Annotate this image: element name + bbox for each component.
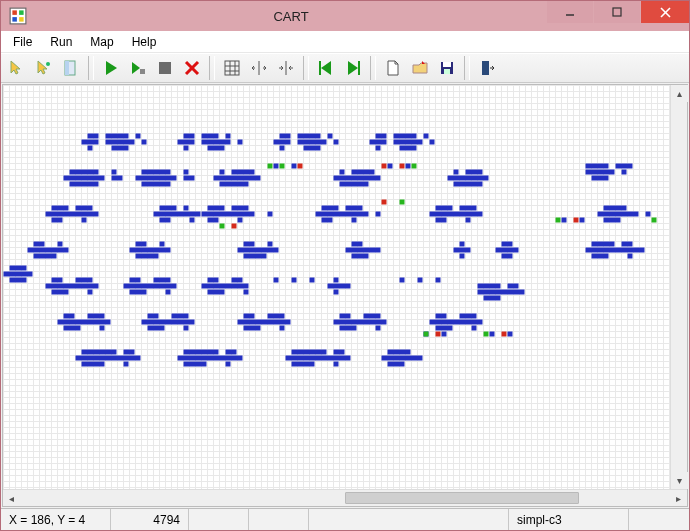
minimize-button[interactable] bbox=[547, 1, 593, 23]
hscroll-track[interactable] bbox=[20, 490, 670, 506]
scroll-up-icon[interactable]: ▴ bbox=[671, 85, 688, 102]
delete-button[interactable] bbox=[180, 56, 204, 80]
svg-rect-54 bbox=[112, 146, 129, 151]
svg-rect-68 bbox=[352, 170, 375, 175]
menu-file[interactable]: File bbox=[5, 33, 40, 51]
tool-pointer-b[interactable] bbox=[32, 56, 56, 80]
svg-rect-214 bbox=[226, 350, 237, 355]
scroll-down-icon[interactable]: ▾ bbox=[671, 472, 688, 489]
svg-rect-202 bbox=[280, 326, 285, 331]
maximize-button[interactable] bbox=[594, 1, 640, 23]
svg-rect-129 bbox=[244, 242, 255, 247]
svg-rect-84 bbox=[292, 164, 297, 169]
svg-rect-119 bbox=[466, 218, 471, 223]
svg-rect-48 bbox=[298, 140, 327, 145]
svg-rect-242 bbox=[424, 332, 429, 337]
svg-rect-2 bbox=[19, 10, 24, 15]
svg-rect-50 bbox=[370, 140, 387, 145]
svg-rect-103 bbox=[46, 212, 99, 217]
svg-rect-124 bbox=[580, 218, 585, 223]
svg-rect-220 bbox=[286, 356, 351, 361]
scroll-left-icon[interactable]: ◂ bbox=[3, 490, 20, 507]
svg-rect-227 bbox=[334, 362, 339, 367]
svg-rect-135 bbox=[622, 242, 633, 247]
svg-rect-52 bbox=[430, 140, 435, 145]
close-button[interactable] bbox=[641, 1, 689, 23]
hscroll-thumb[interactable] bbox=[345, 492, 579, 504]
svg-rect-109 bbox=[646, 212, 651, 217]
play-settings-button[interactable] bbox=[126, 56, 150, 80]
svg-rect-53 bbox=[88, 146, 93, 151]
svg-rect-56 bbox=[208, 146, 225, 151]
svg-rect-228 bbox=[388, 362, 405, 367]
svg-rect-234 bbox=[412, 164, 417, 169]
svg-rect-31 bbox=[136, 134, 141, 139]
collapse-h-icon[interactable] bbox=[274, 56, 298, 80]
scroll-right-icon[interactable]: ▸ bbox=[670, 490, 687, 507]
svg-rect-148 bbox=[502, 254, 513, 259]
svg-rect-28 bbox=[482, 61, 489, 75]
toolbar bbox=[1, 53, 689, 83]
stop-button[interactable] bbox=[153, 56, 177, 80]
svg-rect-42 bbox=[106, 140, 135, 145]
svg-rect-144 bbox=[136, 254, 159, 259]
svg-rect-183 bbox=[88, 314, 105, 319]
svg-rect-72 bbox=[112, 176, 123, 181]
status-coords: X = 186, Y = 4 bbox=[1, 509, 111, 530]
svg-rect-177 bbox=[130, 290, 147, 295]
svg-rect-187 bbox=[268, 314, 285, 319]
svg-rect-104 bbox=[154, 212, 201, 217]
svg-rect-105 bbox=[202, 212, 255, 217]
svg-rect-155 bbox=[418, 278, 423, 283]
menu-run[interactable]: Run bbox=[42, 33, 80, 51]
svg-rect-95 bbox=[184, 206, 189, 211]
menubar: File Run Map Help bbox=[1, 31, 689, 53]
open-file-icon[interactable] bbox=[408, 56, 432, 80]
svg-rect-121 bbox=[268, 212, 273, 217]
svg-rect-43 bbox=[142, 140, 147, 145]
svg-rect-151 bbox=[274, 278, 279, 283]
svg-rect-89 bbox=[586, 170, 615, 175]
svg-rect-162 bbox=[4, 272, 33, 277]
svg-rect-71 bbox=[64, 176, 105, 181]
svg-rect-209 bbox=[490, 332, 495, 337]
expand-h-icon[interactable] bbox=[247, 56, 271, 80]
svg-rect-171 bbox=[46, 284, 99, 289]
step-forward-button[interactable] bbox=[341, 56, 365, 80]
grid-canvas[interactable] bbox=[3, 85, 670, 489]
svg-rect-222 bbox=[82, 362, 105, 367]
menu-map[interactable]: Map bbox=[82, 33, 121, 51]
svg-rect-245 bbox=[502, 332, 507, 337]
svg-rect-179 bbox=[208, 290, 225, 295]
svg-rect-152 bbox=[292, 278, 297, 283]
svg-rect-178 bbox=[166, 290, 171, 295]
svg-rect-167 bbox=[154, 278, 171, 283]
menu-help[interactable]: Help bbox=[124, 33, 165, 51]
vertical-scrollbar[interactable]: ▴ ▾ bbox=[670, 85, 687, 489]
svg-rect-244 bbox=[484, 332, 489, 337]
exit-icon[interactable] bbox=[475, 56, 499, 80]
svg-rect-98 bbox=[322, 206, 339, 211]
new-file-icon[interactable] bbox=[381, 56, 405, 80]
save-file-icon[interactable] bbox=[435, 56, 459, 80]
svg-rect-165 bbox=[76, 278, 93, 283]
svg-rect-236 bbox=[232, 224, 237, 229]
grid-icon[interactable] bbox=[220, 56, 244, 80]
svg-rect-45 bbox=[202, 140, 231, 145]
svg-rect-11 bbox=[65, 61, 69, 75]
status-blank-b bbox=[249, 509, 309, 530]
horizontal-scrollbar[interactable]: ◂ ▸ bbox=[3, 489, 687, 506]
client-area: ▴ ▾ ◂ ▸ bbox=[1, 83, 689, 508]
svg-rect-232 bbox=[382, 164, 387, 169]
titlebar[interactable]: CART bbox=[1, 1, 689, 31]
play-button[interactable] bbox=[99, 56, 123, 80]
svg-rect-223 bbox=[124, 362, 129, 367]
svg-rect-189 bbox=[364, 314, 381, 319]
svg-rect-203 bbox=[340, 326, 357, 331]
svg-rect-182 bbox=[64, 314, 75, 319]
tool-pointer-a[interactable] bbox=[5, 56, 29, 80]
window-buttons bbox=[547, 1, 689, 31]
status-count: 4794 bbox=[111, 509, 189, 530]
tool-panel-icon[interactable] bbox=[59, 56, 83, 80]
step-back-button[interactable] bbox=[314, 56, 338, 80]
